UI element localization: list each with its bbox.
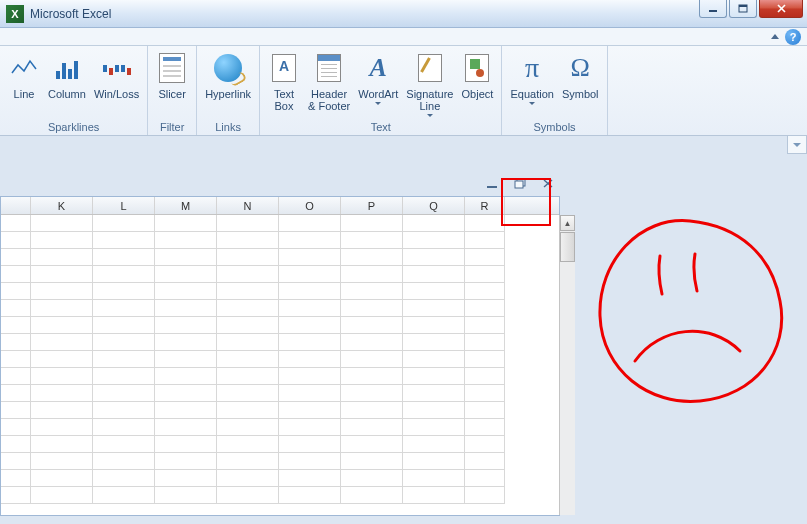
cell[interactable] <box>341 487 403 504</box>
cell[interactable] <box>403 317 465 334</box>
cell[interactable] <box>217 487 279 504</box>
cell[interactable] <box>279 351 341 368</box>
cell[interactable] <box>217 232 279 249</box>
cell[interactable] <box>217 266 279 283</box>
cell[interactable] <box>31 385 93 402</box>
cell[interactable] <box>341 283 403 300</box>
cell[interactable] <box>155 334 217 351</box>
column-header[interactable]: R <box>465 197 505 214</box>
cell[interactable] <box>93 487 155 504</box>
cell[interactable] <box>1 215 31 232</box>
cell[interactable] <box>279 317 341 334</box>
cell[interactable] <box>465 368 505 385</box>
cell[interactable] <box>93 215 155 232</box>
cell[interactable] <box>31 249 93 266</box>
cell[interactable] <box>31 283 93 300</box>
vertical-scrollbar[interactable]: ▲ <box>559 215 575 515</box>
column-header[interactable]: P <box>341 197 403 214</box>
cell[interactable] <box>31 402 93 419</box>
cell[interactable] <box>1 249 31 266</box>
cell[interactable] <box>217 215 279 232</box>
slicer-button[interactable]: Slicer <box>152 48 192 119</box>
cell[interactable] <box>341 215 403 232</box>
cell[interactable] <box>465 351 505 368</box>
cell[interactable] <box>93 266 155 283</box>
cell[interactable] <box>93 232 155 249</box>
cell[interactable] <box>93 317 155 334</box>
object-button[interactable]: Object <box>457 48 497 119</box>
cell[interactable] <box>465 487 505 504</box>
cell[interactable] <box>217 453 279 470</box>
cell[interactable] <box>465 419 505 436</box>
cell[interactable] <box>1 385 31 402</box>
cell[interactable] <box>341 300 403 317</box>
formula-bar-expand[interactable] <box>787 136 807 154</box>
column-header[interactable]: K <box>31 197 93 214</box>
cell[interactable] <box>155 232 217 249</box>
cell[interactable] <box>1 402 31 419</box>
cell[interactable] <box>31 368 93 385</box>
cell[interactable] <box>93 283 155 300</box>
cell[interactable] <box>31 487 93 504</box>
cell[interactable] <box>465 232 505 249</box>
column-header[interactable]: Q <box>403 197 465 214</box>
cell[interactable] <box>403 487 465 504</box>
cell[interactable] <box>341 334 403 351</box>
cell[interactable] <box>93 419 155 436</box>
scroll-thumb[interactable] <box>560 232 575 262</box>
cell[interactable] <box>93 453 155 470</box>
minimize-button[interactable] <box>699 0 727 18</box>
cell[interactable] <box>1 470 31 487</box>
cell[interactable] <box>403 300 465 317</box>
column-button[interactable]: Column <box>44 48 90 119</box>
win-loss-button[interactable]: Win/Loss <box>90 48 143 119</box>
cell[interactable] <box>1 419 31 436</box>
cell[interactable] <box>155 215 217 232</box>
cell[interactable] <box>155 368 217 385</box>
text-box-button[interactable]: TextBox <box>264 48 304 119</box>
cell[interactable] <box>155 453 217 470</box>
cell[interactable] <box>155 317 217 334</box>
cell[interactable] <box>217 368 279 385</box>
cell[interactable] <box>279 266 341 283</box>
minimize-ribbon-icon[interactable] <box>771 34 779 39</box>
line-button[interactable]: Line <box>4 48 44 119</box>
maximize-button[interactable] <box>729 0 757 18</box>
cell[interactable] <box>341 317 403 334</box>
column-header[interactable]: N <box>217 197 279 214</box>
cell[interactable] <box>341 232 403 249</box>
cell[interactable] <box>155 266 217 283</box>
cell[interactable] <box>465 317 505 334</box>
cell[interactable] <box>31 453 93 470</box>
cell[interactable] <box>465 385 505 402</box>
cell[interactable] <box>31 351 93 368</box>
cell[interactable] <box>31 215 93 232</box>
header-footer-button[interactable]: Header& Footer <box>304 48 354 119</box>
column-header[interactable] <box>1 197 31 214</box>
cell[interactable] <box>341 249 403 266</box>
cell[interactable] <box>155 385 217 402</box>
cell[interactable] <box>217 334 279 351</box>
cell[interactable] <box>341 419 403 436</box>
cell[interactable] <box>31 317 93 334</box>
cell[interactable] <box>155 402 217 419</box>
cell[interactable] <box>279 368 341 385</box>
cell[interactable] <box>465 300 505 317</box>
cell[interactable] <box>1 266 31 283</box>
cell[interactable] <box>279 436 341 453</box>
cell[interactable] <box>403 266 465 283</box>
cell[interactable] <box>1 368 31 385</box>
cell[interactable] <box>1 283 31 300</box>
cell[interactable] <box>31 436 93 453</box>
cell[interactable] <box>403 419 465 436</box>
cell[interactable] <box>31 266 93 283</box>
cell[interactable] <box>279 402 341 419</box>
cell[interactable] <box>93 470 155 487</box>
cell[interactable] <box>465 249 505 266</box>
cell[interactable] <box>217 317 279 334</box>
cell[interactable] <box>93 249 155 266</box>
cell[interactable] <box>217 470 279 487</box>
cell[interactable] <box>155 436 217 453</box>
cell[interactable] <box>1 317 31 334</box>
cell[interactable] <box>279 385 341 402</box>
